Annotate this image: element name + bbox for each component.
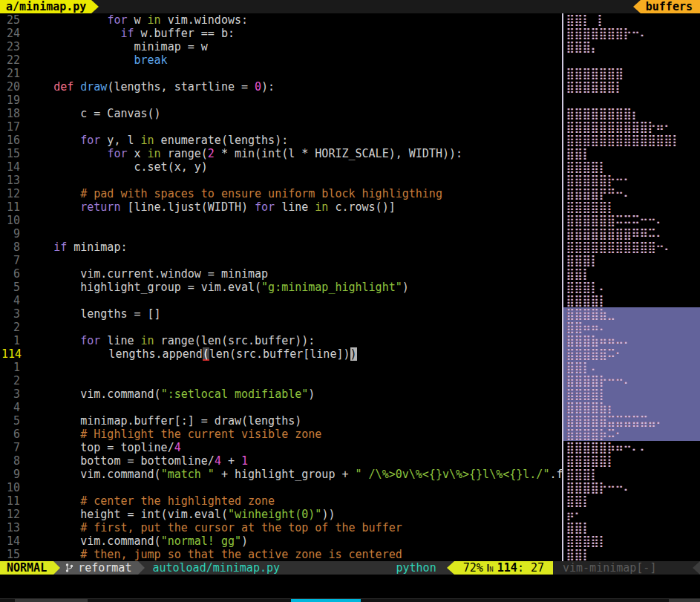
code-line[interactable]: 14 vim.command("normal! gg") — [0, 534, 562, 548]
minimap-line[interactable]: ⣿⣿⣿⣿⣿⡗⠒⠂ — [563, 174, 700, 187]
minimap-line[interactable] — [563, 53, 700, 67]
minimap-line[interactable]: ⣿⣿⡇ — [563, 147, 700, 160]
minimap-line[interactable]: ⣿⣿⣿⣿⣿⣿⣿⣿⠿⠿⠭⠄ — [563, 227, 700, 241]
code-line[interactable]: 23 minimap = w — [0, 40, 562, 53]
code-token: "winheight(0)" — [228, 508, 321, 521]
minimap-line[interactable]: ⡶⠂ — [563, 508, 700, 521]
code-line[interactable]: 3 lengths = [] — [0, 307, 562, 321]
code-line[interactable]: 5 highlight_group = vim.eval("g:minimap_… — [0, 281, 562, 294]
code-token — [27, 147, 107, 160]
code-line[interactable]: 24 if w.buffer == b: — [0, 27, 562, 40]
code-line[interactable]: 21 — [0, 67, 562, 80]
code-line[interactable]: 16 for y, l in enumerate(lengths): — [0, 134, 562, 147]
minimap-line[interactable]: ⣿⣿⡇ — [563, 267, 700, 281]
code-line[interactable]: 12 # pad with spaces to ensure uniform b… — [0, 187, 562, 200]
code-line[interactable]: 19 — [0, 94, 562, 107]
code-line[interactable]: 6 vim.current.window = minimap — [0, 267, 562, 281]
mode-indicator: NORMAL — [0, 561, 53, 575]
minimap-line[interactable]: ⣿⣿⣿⡇ — [563, 468, 700, 481]
line-number: 22 — [0, 53, 27, 67]
code-line[interactable]: 10 — [0, 214, 562, 227]
code-token: len(src.buffer[line]) — [209, 347, 350, 361]
code-text: c = Canvas() — [27, 107, 161, 120]
code-text: # pad with spaces to ensure uniform bloc… — [27, 187, 442, 200]
minimap-line[interactable]: ⣿⣿⣿⣿⣿⡇ — [563, 200, 700, 214]
code-line[interactable]: 6 # Highlight the current visible zone — [0, 428, 562, 441]
code-line[interactable]: 11 return [line.ljust(WIDTH) for line in… — [0, 200, 562, 214]
minimap-line[interactable]: ⣿⣿⣿⣿⣿⣿⣿⣿⡆ — [563, 107, 700, 120]
minimap-line-highlighted[interactable]: ⣿⣿⣿⣿⣷⣀ — [563, 307, 700, 321]
code-line[interactable]: 4 — [0, 401, 562, 414]
code-line[interactable]: 9 vim.command("match " + highlight_group… — [0, 468, 562, 481]
minimap-line[interactable]: ⣿⣿⣿⣿⣿⣿⠭⠭⠭⠒⠒⠄ — [563, 214, 700, 227]
minimap-line[interactable]: ⣿⣿⣿⣿⡟⠛⠒⠄ — [563, 187, 700, 200]
code-line[interactable]: 8 if minimap: — [0, 241, 562, 254]
minimap-line[interactable]: ⣿⣿⡇ — [563, 494, 700, 508]
minimap-line[interactable]: ⣿⣿⡇ ⡇ — [563, 13, 700, 27]
code-line[interactable]: 12 height = int(vim.eval("winheight(0)")… — [0, 508, 562, 521]
minimap-line[interactable] — [563, 94, 700, 107]
code-line[interactable]: 13 — [0, 174, 562, 187]
code-line[interactable]: 14 c.set(x, y) — [0, 160, 562, 174]
minimap-line[interactable]: ⣿⣿⡇ — [563, 548, 700, 561]
tab-active-file[interactable]: a/minimap.py — [0, 0, 91, 13]
minimap-line[interactable]: ⣿⣿⣿⣿⣿⡇ — [563, 454, 700, 468]
minimap-line[interactable]: ⣿⣿⣿⣿⣿⣿⣿⣿⣿⣿⡗⠶⠂ — [563, 120, 700, 134]
minimap-line-highlighted[interactable]: ⣿⣿⣿⣿⣿⠭⠂ — [563, 347, 700, 361]
minimap-line-highlighted[interactable]: ⣿⣿⡇⠄ — [563, 361, 700, 374]
code-line[interactable]: 8 bottom = bottomline/4 + 1 — [0, 454, 562, 468]
code-line[interactable]: 7 — [0, 254, 562, 267]
code-line[interactable]: 18 c = Canvas() — [0, 107, 562, 120]
minimap-line[interactable]: ⣿⣿⣿⣿⡇ — [563, 160, 700, 174]
line-number: 6 — [0, 267, 27, 281]
code-line[interactable]: 2 — [0, 374, 562, 387]
command-line[interactable] — [0, 575, 700, 598]
code-line[interactable]: 20 def draw(lengths, startline = 0): — [0, 80, 562, 94]
code-line[interactable]: 5 minimap.buffer[:] = draw(lengths) — [0, 414, 562, 428]
code-line[interactable]: 1 for line in range(len(src.buffer)): — [0, 334, 562, 347]
minimap-line-highlighted[interactable]: ⣿⣿⣿⣿⡇ — [563, 387, 700, 401]
code-line[interactable]: 3 vim.command(":setlocal modifiable") — [0, 387, 562, 401]
minimap-line-highlighted[interactable]: ⣿⣿⣿⣿⡷⠭⠂ — [563, 428, 700, 441]
code-line[interactable]: 25 for w in vim.windows: — [0, 13, 562, 27]
code-line[interactable]: 4 — [0, 294, 562, 307]
minimap-window[interactable]: ⣿⣿⡇ ⡇⣿⣿⣿⣿⣿⣿⣿⡗⠒⠄⣿⣿⣿⡄⣿⣿⣿⣿⣿⣿⣿⣿⣿⣿⣿⣿⣿⡇⣿⣿⣿⣿⣿⣿⣿… — [563, 13, 700, 561]
code-window[interactable]: 25 for w in vim.windows:24 if w.buffer =… — [0, 13, 562, 561]
minimap-line[interactable]: ⣿⣿⣿⣿⣿⣿⣿⣿⣿⣿⣿⣿⣿⡇ — [563, 134, 700, 147]
code-line[interactable]: 114 lengths.append(len(src.buffer[line])… — [0, 347, 562, 361]
minimap-line[interactable]: ⣿⣿⡇ — [563, 521, 700, 534]
minimap-line-highlighted[interactable]: ⣿⣿⠶⠶⠄ — [563, 321, 700, 334]
code-line[interactable]: 17 — [0, 120, 562, 134]
code-line[interactable]: 15 # then, jump so that the active zone … — [0, 548, 562, 561]
minimap-line[interactable]: ⣿⣿⣿⣿⣿⣿⡇ — [563, 80, 700, 94]
minimap-line[interactable]: ⣿⣿⣿⣿⣿⣿⣿⣿⣿⣿⣿⠒⠄ — [563, 241, 700, 254]
minimap-line[interactable]: ⣿⣿⣿⡄ — [563, 40, 700, 53]
minimap-line[interactable]: ⣿⣿⣿⣿⣿⣿⣿ — [563, 67, 700, 80]
code-token: ) — [308, 387, 315, 401]
code-token: minimap.buffer[:] = draw(lengths) — [27, 414, 301, 428]
code-line[interactable]: 13 # first, put the cursor at the top of… — [0, 521, 562, 534]
minimap-line-highlighted[interactable]: ⣿⣿⣿⣿⣿⣭⣭⣭⣭⣭⣤⠄ — [563, 414, 700, 428]
code-line[interactable]: 22 break — [0, 53, 562, 67]
code-text: # Highlight the current visible zone — [27, 428, 321, 441]
code-line[interactable]: 9 — [0, 227, 562, 241]
minimap-line[interactable]: ⣿⣿⣿⣿⡇ — [563, 534, 700, 548]
minimap-line-highlighted[interactable]: ⣿⣿⣿⣷⠶⠶⠤⠄ — [563, 334, 700, 347]
minimap-line-highlighted[interactable]: ⣿⣿⣿⣿⣷⡆ — [563, 401, 700, 414]
minimap-line[interactable]: ⣿⣿⣿⣿⡗⠒⠒⠄ — [563, 481, 700, 494]
code-line[interactable]: 2 — [0, 321, 562, 334]
code-line[interactable]: 15 for x in range(2 * min(int(l * HORIZ_… — [0, 147, 562, 160]
minimap-line[interactable]: ⣿⣿⣿⡇ — [563, 254, 700, 267]
minimap-line-highlighted[interactable]: ⣿⣿⣿⣿⡗⠒⠒⠄ — [563, 374, 700, 387]
minimap-line[interactable]: ⣿⣿⣿⣿⣿⡷⠶⠒⠄⠄ — [563, 441, 700, 454]
code-line[interactable]: 1 — [0, 361, 562, 374]
minimap-line[interactable]: ⣿⣿⣿⡇⠄ — [563, 281, 700, 294]
tab-buffers[interactable]: buffers — [641, 0, 700, 13]
code-token: in — [141, 134, 154, 147]
code-line[interactable]: 7 top = topline/4 — [0, 441, 562, 454]
code-line[interactable]: 11 # center the highlighted zone — [0, 494, 562, 508]
code-token: if — [120, 27, 134, 40]
minimap-line[interactable]: ⣿⣿⣿⣿⣿⣿⣿⡗⠒⠄ — [563, 27, 700, 40]
code-line[interactable]: 10 — [0, 481, 562, 494]
minimap-line[interactable]: ⣿⣿⣿⣿⡇ — [563, 294, 700, 307]
